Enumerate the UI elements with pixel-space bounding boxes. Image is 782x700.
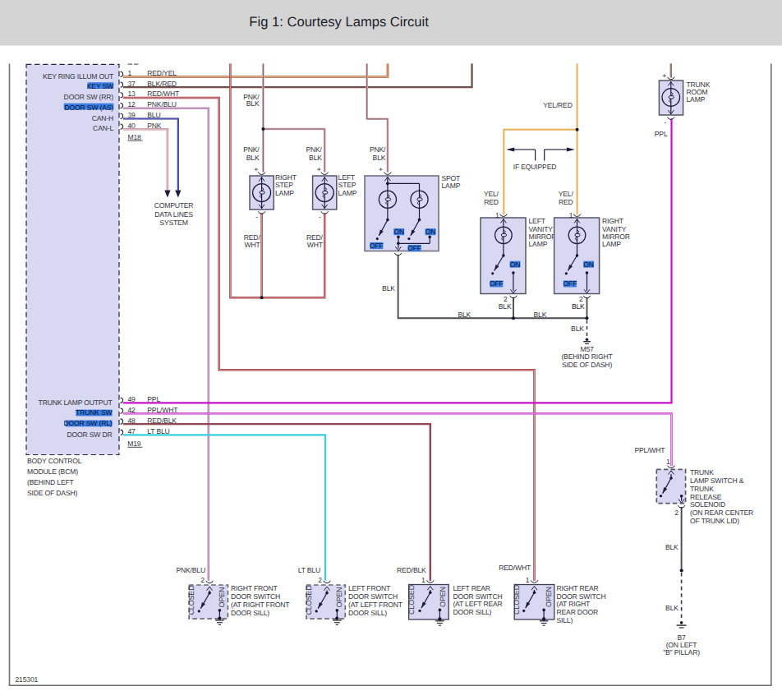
svg-text:2: 2 bbox=[200, 576, 205, 584]
svg-text:RED/WHT: RED/WHT bbox=[499, 564, 531, 572]
svg-text:+: + bbox=[254, 165, 258, 173]
svg-text:TRUNK SW: TRUNK SW bbox=[76, 408, 113, 417]
svg-text:LAMP: LAMP bbox=[442, 182, 461, 190]
svg-text:M18: M18 bbox=[128, 133, 142, 141]
svg-text:BLK: BLK bbox=[499, 302, 512, 311]
svg-text:39: 39 bbox=[128, 111, 136, 119]
svg-text:CAN-L: CAN-L bbox=[93, 124, 113, 132]
svg-text:DATA LINES: DATA LINES bbox=[154, 210, 193, 219]
svg-text:+: + bbox=[662, 71, 666, 80]
svg-text:DOOR SWITCH: DOOR SWITCH bbox=[348, 592, 398, 601]
svg-text:BLK: BLK bbox=[665, 543, 678, 551]
svg-text:"B" PILLAR): "B" PILLAR) bbox=[663, 648, 700, 656]
svg-text:(ON REAR CENTER: (ON REAR CENTER bbox=[690, 509, 753, 517]
svg-text:LAMP: LAMP bbox=[338, 189, 357, 197]
svg-text:OFF: OFF bbox=[407, 244, 421, 252]
svg-text:42: 42 bbox=[128, 406, 136, 414]
svg-text:SOLENOID: SOLENOID bbox=[690, 500, 725, 509]
svg-text:RIGHT: RIGHT bbox=[275, 173, 297, 182]
svg-text:YEL/RED: YEL/RED bbox=[543, 101, 573, 109]
svg-text:M19: M19 bbox=[127, 440, 141, 448]
svg-text:37: 37 bbox=[128, 80, 136, 88]
svg-text:(AT RIGHT FRONT: (AT RIGHT FRONT bbox=[231, 601, 290, 609]
svg-text:BLK: BLK bbox=[458, 311, 471, 319]
svg-text:PNK/BLU: PNK/BLU bbox=[147, 100, 177, 108]
svg-text:CLOSED: CLOSED bbox=[187, 585, 196, 615]
svg-text:LEFT FRONT: LEFT FRONT bbox=[348, 584, 391, 592]
svg-text:ON: ON bbox=[583, 260, 594, 269]
svg-text:BLK: BLK bbox=[665, 604, 678, 612]
svg-text:(BEHIND RIGHT: (BEHIND RIGHT bbox=[561, 352, 613, 361]
svg-text:OFF: OFF bbox=[370, 242, 384, 250]
svg-text:RED/WHT: RED/WHT bbox=[147, 90, 180, 98]
svg-text:COMPUTER: COMPUTER bbox=[154, 201, 194, 210]
svg-text:DOOR SW (AS): DOOR SW (AS) bbox=[65, 104, 114, 112]
svg-text:1: 1 bbox=[421, 576, 426, 584]
svg-text:BLU: BLU bbox=[147, 111, 160, 119]
svg-text:TRUNK LAMP OUTPUT: TRUNK LAMP OUTPUT bbox=[39, 398, 113, 407]
svg-text:DOOR SW DR: DOOR SW DR bbox=[67, 431, 112, 439]
svg-text:BLK: BLK bbox=[246, 99, 260, 108]
svg-text:RELEASE: RELEASE bbox=[690, 493, 722, 501]
svg-text:CLOSED: CLOSED bbox=[407, 584, 416, 615]
svg-text:(AT LEFT FRONT: (AT LEFT FRONT bbox=[348, 601, 403, 609]
svg-text:RED: RED bbox=[484, 198, 499, 206]
svg-text:OPEN: OPEN bbox=[439, 587, 447, 607]
svg-text:-: - bbox=[255, 213, 258, 221]
svg-text:CLOSED: CLOSED bbox=[305, 585, 313, 615]
svg-text:CLOSED: CLOSED bbox=[513, 584, 521, 615]
svg-text:DOOR SILL): DOOR SILL) bbox=[453, 608, 491, 616]
svg-text:PPL: PPL bbox=[147, 395, 160, 403]
svg-text:STEP: STEP bbox=[275, 181, 293, 189]
svg-text:-: - bbox=[319, 213, 321, 221]
svg-text:M57: M57 bbox=[580, 345, 594, 353]
svg-text:BLK: BLK bbox=[382, 284, 395, 292]
svg-text:SILL): SILL) bbox=[557, 616, 573, 624]
svg-text:BLK: BLK bbox=[572, 302, 585, 311]
svg-text:LEFT: LEFT bbox=[338, 173, 356, 182]
svg-text:BLK: BLK bbox=[534, 311, 547, 319]
svg-text:SYSTEM: SYSTEM bbox=[159, 219, 187, 227]
svg-text:BLK: BLK bbox=[571, 325, 584, 333]
svg-text:(AT LEFT REAR: (AT LEFT REAR bbox=[453, 600, 502, 608]
svg-text:LEFT REAR: LEFT REAR bbox=[453, 584, 490, 592]
svg-text:48: 48 bbox=[128, 417, 136, 425]
svg-text:BLK: BLK bbox=[373, 154, 386, 162]
svg-text:2: 2 bbox=[674, 509, 678, 517]
svg-text:DOOR SWITCH: DOOR SWITCH bbox=[231, 592, 280, 601]
svg-text:1: 1 bbox=[495, 211, 499, 219]
svg-text:+: + bbox=[379, 165, 383, 173]
svg-text:YEL/: YEL/ bbox=[559, 190, 574, 198]
svg-text:PPL/WHT: PPL/WHT bbox=[147, 406, 178, 414]
svg-text:KEY RING ILLUM OUT: KEY RING ILLUM OUT bbox=[43, 72, 114, 81]
svg-text:BLK/RED: BLK/RED bbox=[147, 80, 177, 88]
svg-text:ON: ON bbox=[426, 228, 436, 236]
svg-text:RED/BLK: RED/BLK bbox=[397, 566, 426, 574]
svg-text:TRUNK: TRUNK bbox=[690, 485, 714, 493]
svg-text:OFF: OFF bbox=[490, 279, 504, 288]
svg-text:LAMP: LAMP bbox=[687, 95, 706, 104]
svg-text:REAR DOOR: REAR DOOR bbox=[557, 608, 598, 616]
svg-text:PPL/WHT: PPL/WHT bbox=[634, 446, 665, 454]
svg-text:40: 40 bbox=[128, 122, 136, 130]
svg-text:IF EQUIPPED: IF EQUIPPED bbox=[513, 163, 556, 171]
svg-text:12: 12 bbox=[128, 100, 136, 108]
svg-text:PNK/: PNK/ bbox=[306, 145, 322, 154]
svg-text:WHT: WHT bbox=[245, 241, 261, 249]
svg-text:BLK: BLK bbox=[246, 154, 260, 162]
svg-text:1: 1 bbox=[666, 458, 670, 466]
svg-text:47: 47 bbox=[128, 427, 136, 435]
svg-text:RED: RED bbox=[559, 198, 573, 206]
svg-text:ON: ON bbox=[393, 228, 404, 236]
svg-text:DOOR SILL): DOOR SILL) bbox=[231, 609, 269, 617]
svg-text:LAMP SWITCH &: LAMP SWITCH & bbox=[690, 477, 744, 485]
svg-text:OPEN: OPEN bbox=[218, 587, 226, 608]
svg-text:OPEN: OPEN bbox=[545, 587, 553, 607]
svg-text:LAMP: LAMP bbox=[275, 189, 294, 197]
svg-text:LAMP: LAMP bbox=[602, 240, 621, 248]
svg-text:PNK: PNK bbox=[147, 122, 162, 130]
svg-text:PNK/: PNK/ bbox=[243, 145, 260, 154]
svg-text:RIGHT REAR: RIGHT REAR bbox=[557, 584, 599, 592]
svg-text:RED/: RED/ bbox=[306, 233, 324, 242]
svg-text:SIDE OF DASH): SIDE OF DASH) bbox=[27, 489, 77, 497]
